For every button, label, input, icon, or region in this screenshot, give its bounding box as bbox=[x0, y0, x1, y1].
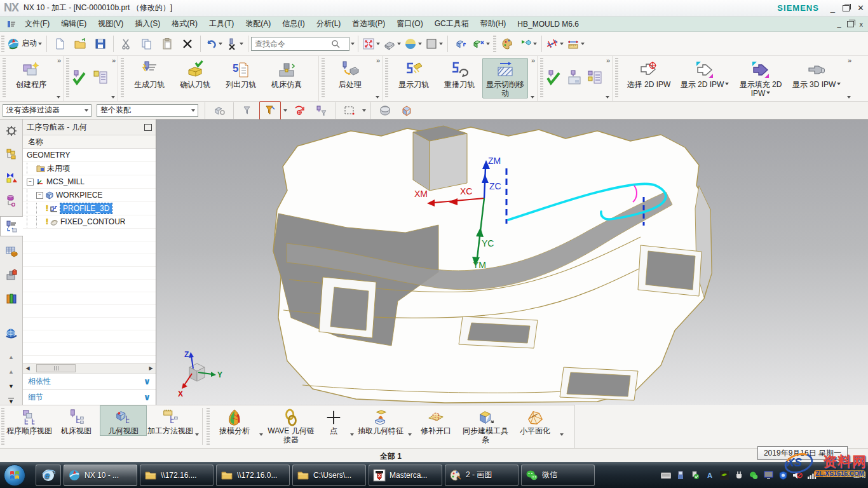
paste-button[interactable] bbox=[157, 35, 177, 53]
menu-item-view[interactable]: 视图(V) bbox=[92, 17, 129, 31]
tree-row-mcs-mill[interactable]: − MCS_MILL bbox=[23, 175, 156, 189]
group-more-chevron[interactable]: » bbox=[57, 57, 61, 64]
selection-scope-combo[interactable]: 整个装配 bbox=[97, 104, 198, 117]
part-navigator-button[interactable] bbox=[3, 193, 20, 208]
scroll-right-icon[interactable]: ▶ bbox=[146, 364, 156, 372]
fit-view-button[interactable] bbox=[361, 35, 382, 53]
tool-list-icon[interactable] bbox=[92, 69, 109, 86]
patch-opening-button[interactable]: 修补开口 bbox=[412, 405, 459, 436]
taskbar-app-wechat[interactable]: 微信 bbox=[521, 464, 595, 486]
orient-view-button[interactable] bbox=[451, 35, 471, 53]
tray-wechat-icon[interactable] bbox=[749, 470, 759, 480]
draft-dropdown[interactable] bbox=[259, 433, 263, 438]
extract-dropdown[interactable] bbox=[408, 433, 412, 438]
menu-item-tools[interactable]: 工具(T) bbox=[203, 17, 240, 31]
tree-row-geometry[interactable]: GEOMETRY bbox=[23, 149, 156, 162]
role-palette-button[interactable] bbox=[498, 35, 518, 53]
shaded-cube-button[interactable] bbox=[375, 102, 395, 119]
generate-toolpath-button[interactable]: 生成刀轨 bbox=[126, 58, 172, 90]
resource-scroll-up-icon[interactable]: ▲ bbox=[8, 354, 14, 360]
save-button[interactable] bbox=[90, 35, 111, 53]
view-dropdown[interactable] bbox=[195, 433, 199, 438]
program-order-view-button[interactable]: 程序顺序视图 bbox=[6, 405, 53, 436]
show-3d-ipw-button[interactable]: 显示 3D IPW bbox=[789, 58, 844, 90]
menu-item-format[interactable]: 格式(R) bbox=[166, 17, 203, 31]
menu-item-information[interactable]: 信息(I) bbox=[276, 17, 310, 31]
tree-horizontal-scrollbar[interactable]: ◀ ▶ bbox=[23, 363, 156, 373]
doc-restore-button[interactable] bbox=[847, 21, 854, 27]
delete-button[interactable] bbox=[177, 35, 198, 53]
snap-point-button[interactable] bbox=[545, 35, 566, 53]
navigator-pin-button[interactable] bbox=[144, 124, 152, 131]
tray-usb-safe-icon[interactable] bbox=[690, 470, 700, 480]
menu-item-help[interactable]: 帮助(H) bbox=[475, 17, 512, 31]
doc-close-button[interactable]: x bbox=[860, 20, 864, 28]
taskbar-app-mastercam[interactable]: Masterca... bbox=[369, 464, 442, 486]
wave-geometry-linker-button[interactable]: WAVE 几何链接器 bbox=[264, 405, 318, 445]
process-studio-button[interactable] bbox=[3, 291, 20, 306]
verify-toolpath-button[interactable]: 确认刀轨 bbox=[172, 58, 218, 90]
resource-scroll-down-icon[interactable]: ▼ bbox=[8, 383, 14, 390]
point-dropdown[interactable] bbox=[350, 433, 354, 438]
tool-filter-button[interactable] bbox=[311, 102, 331, 119]
menu-item-window[interactable]: 窗口(O) bbox=[391, 17, 428, 31]
taskbar-app-folder1[interactable]: \\172.16.... bbox=[140, 464, 214, 486]
tray-keyboard-icon[interactable] bbox=[661, 470, 671, 480]
menu-item-assemblies[interactable]: 装配(A) bbox=[240, 17, 276, 31]
taskbar-ie-button[interactable]: e bbox=[36, 464, 61, 486]
menu-item-analysis[interactable]: 分析(L) bbox=[311, 17, 347, 31]
menu-item-hb-mould[interactable]: HB_MOULD M6.6 bbox=[512, 18, 585, 30]
details-section[interactable]: 细节 ∨ bbox=[23, 389, 156, 405]
tray-display-icon[interactable] bbox=[763, 470, 773, 480]
start-menu-button[interactable]: 启动 bbox=[6, 35, 44, 53]
sync-modeling-button[interactable]: 同步建模工具条 bbox=[459, 405, 512, 445]
show-toolpath-button[interactable]: 显示刀轨 bbox=[391, 58, 437, 90]
minimize-button[interactable]: _ bbox=[831, 3, 835, 13]
expander-icon[interactable]: − bbox=[27, 179, 34, 186]
tray-usb-icon[interactable] bbox=[675, 470, 686, 480]
scroll-thumb[interactable] bbox=[36, 364, 76, 372]
expander-icon[interactable]: − bbox=[36, 192, 43, 199]
menu-item-file[interactable]: 文件(F) bbox=[19, 17, 55, 31]
simulate-machine-button[interactable]: 机床仿真 bbox=[264, 58, 309, 90]
tray-eject-icon[interactable] bbox=[734, 470, 744, 480]
machining-wizard-button[interactable] bbox=[3, 268, 20, 283]
group-dropdown[interactable] bbox=[57, 96, 60, 100]
copy-button[interactable] bbox=[137, 35, 157, 53]
assembly-navigator-button[interactable] bbox=[3, 147, 20, 162]
highlight-select-button[interactable] bbox=[238, 102, 258, 119]
facet-dropdown[interactable] bbox=[560, 433, 564, 438]
erase-display-button[interactable] bbox=[224, 35, 245, 53]
display-mode-button[interactable] bbox=[424, 35, 445, 53]
machining-method-view-button[interactable]: 加工方法视图 bbox=[147, 405, 194, 436]
rectangle-select-button[interactable] bbox=[339, 102, 360, 119]
web-browser-button[interactable] bbox=[3, 325, 20, 341]
tree-row-profile-3d[interactable]: ! PROFILE_3D bbox=[23, 202, 156, 215]
interior-select-button[interactable] bbox=[259, 101, 281, 120]
menu-item-gc-toolbox[interactable]: GC工具箱 bbox=[429, 17, 475, 31]
reuse-library-button[interactable] bbox=[3, 245, 20, 260]
point-button[interactable]: 点 bbox=[318, 405, 349, 436]
selection-filter-combo[interactable]: 没有选择过滤器 bbox=[3, 104, 92, 117]
measure-button[interactable] bbox=[566, 35, 587, 53]
create-program-button[interactable]: 创建程序 bbox=[8, 58, 54, 90]
constraint-navigator-button[interactable] bbox=[3, 170, 20, 185]
taskbar-app-folder3[interactable]: C:\Users\... bbox=[292, 464, 366, 486]
tree-row-fixed-contour[interactable]: ! FIXED_CONTOUR bbox=[23, 215, 156, 229]
cut-button[interactable] bbox=[116, 35, 137, 53]
rendering-style-button[interactable] bbox=[382, 35, 403, 53]
restore-button[interactable] bbox=[843, 5, 850, 11]
verify-gouge-icon[interactable] bbox=[546, 69, 562, 86]
postprocess-button[interactable]: 后处理 bbox=[327, 58, 373, 90]
orient-view2-button[interactable] bbox=[471, 35, 492, 53]
open-file-button[interactable] bbox=[70, 35, 90, 53]
workpiece-box-icon[interactable] bbox=[566, 69, 583, 86]
dependencies-section[interactable]: 相依性 ∨ bbox=[23, 373, 156, 389]
show-filled-2d-ipw-button[interactable]: 显示填充 2D IPW bbox=[733, 58, 789, 98]
marquee-dropdown[interactable] bbox=[362, 109, 366, 114]
scroll-left-icon[interactable]: ◀ bbox=[23, 364, 32, 372]
show-cutting-moves-button[interactable]: 显示切削移动 bbox=[482, 58, 528, 98]
select-2d-ipw-button[interactable]: 选择 2D IPW bbox=[621, 58, 677, 90]
verify-tool-icon[interactable] bbox=[72, 69, 88, 86]
toolbar-grip[interactable] bbox=[1, 36, 4, 52]
